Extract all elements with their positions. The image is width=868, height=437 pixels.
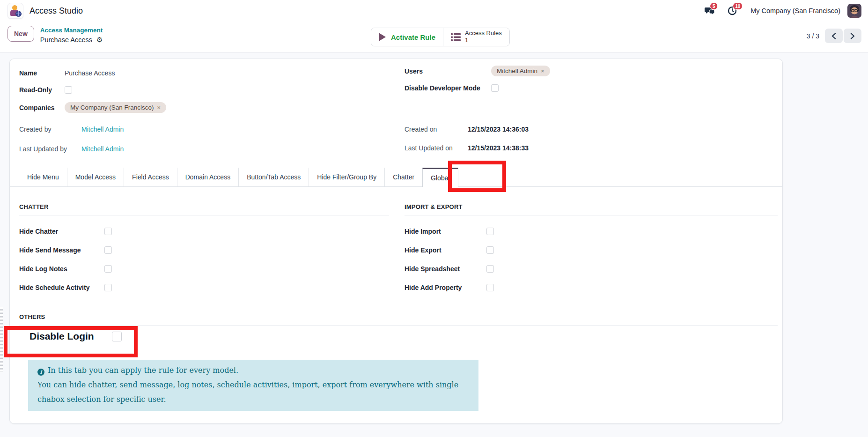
chevron-right-icon [850, 33, 855, 39]
created-by-link[interactable]: Mitchell Admin [81, 126, 124, 133]
field-last-updated-on: Last Updated on 12/15/2023 14:38:33 [405, 144, 529, 152]
disable-login-label: Disable Login [29, 331, 112, 342]
left-edge-artifact [0, 307, 3, 372]
form-sheet: Name Purchase Access Read-Only Companies… [9, 59, 783, 424]
company-switcher[interactable]: My Company (San Francisco) [750, 7, 840, 15]
field-disable-dev-mode: Disable Developer Mode [405, 83, 499, 93]
tab-hide-menu[interactable]: Hide Menu [19, 168, 67, 186]
last-updated-by-link[interactable]: Mitchell Admin [81, 145, 124, 153]
hide-send-message-checkbox[interactable] [104, 246, 112, 254]
field-companies: Companies My Company (San Francisco) × [19, 102, 166, 113]
avatar-image [847, 4, 861, 18]
info-line-2: You can hide chatter, send message, log … [37, 378, 469, 407]
hide-add-property-checkbox[interactable] [486, 284, 494, 291]
field-users: Users Mitchell Admin × [405, 66, 550, 76]
messages-badge: 5 [710, 2, 718, 10]
info-line-1: iIn this tab you can apply the rule for … [37, 363, 469, 378]
breadcrumb-parent-link[interactable]: Access Management [40, 27, 103, 35]
company-tag-remove-icon[interactable]: × [157, 104, 161, 111]
field-created-by: Created by Mitchell Admin [19, 126, 124, 133]
pager-previous-button[interactable] [825, 29, 843, 43]
field-last-updated-by: Last Updated by Mitchell Admin [19, 145, 124, 153]
activities-menu[interactable]: 10 [728, 6, 738, 16]
hide-import-checkbox[interactable] [486, 228, 494, 235]
activate-rule-button[interactable]: Activate Rule [371, 28, 443, 46]
gear-icon[interactable]: ⚙ [96, 36, 103, 44]
access-rules-button[interactable]: Access Rules 1 [443, 28, 509, 46]
top-navbar: Access Studio 5 10 My Company (San Franc… [0, 0, 868, 22]
content-area: Name Purchase Access Read-Only Companies… [0, 53, 868, 437]
tab-field-access[interactable]: Field Access [124, 168, 177, 186]
created-on-value: 12/15/2023 14:36:03 [468, 126, 529, 133]
user-tag-label: Mitchell Admin [497, 67, 537, 74]
last-updated-on-label: Last Updated on [405, 144, 468, 152]
pager-next-button[interactable] [844, 29, 861, 43]
row-hide-spreadsheet: Hide Spreadsheet [405, 259, 778, 278]
disable-dev-mode-checkbox[interactable] [491, 84, 499, 92]
disable-login-checkbox[interactable] [112, 332, 122, 341]
row-disable-login: Disable Login [29, 331, 122, 342]
hide-log-notes-checkbox[interactable] [104, 265, 112, 273]
tab-chatter[interactable]: Chatter [384, 168, 422, 186]
access-studio-app: Access Studio 5 10 My Company (San Franc… [0, 0, 868, 437]
user-tag[interactable]: Mitchell Admin × [491, 66, 550, 76]
row-hide-import: Hide Import [405, 222, 778, 241]
hide-schedule-activity-checkbox[interactable] [104, 284, 112, 291]
hide-log-notes-label: Hide Log Notes [19, 265, 104, 273]
field-created-on: Created on 12/15/2023 14:36:03 [405, 126, 529, 133]
messages-menu[interactable]: 5 [705, 6, 715, 16]
user-avatar[interactable] [847, 4, 861, 18]
info-icon: i [37, 369, 44, 376]
field-readonly: Read-Only [19, 86, 72, 94]
access-rules-text: Access Rules 1 [465, 30, 502, 44]
breadcrumb-area: New Access Management Purchase Access ⚙ [7, 26, 103, 44]
hide-spreadsheet-checkbox[interactable] [486, 265, 494, 273]
new-button[interactable]: New [7, 26, 34, 42]
hide-chatter-label: Hide Chatter [19, 228, 104, 235]
hide-spreadsheet-label: Hide Spreadsheet [405, 265, 486, 273]
hide-add-property-label: Hide Add Property [405, 284, 486, 291]
app-logo-icon[interactable] [7, 3, 23, 19]
created-by-label: Created by [19, 126, 81, 133]
company-tag[interactable]: My Company (San Francisco) × [65, 102, 166, 113]
import-export-section-title: IMPORT & EXPORT [405, 203, 778, 215]
info-box: iIn this tab you can apply the rule for … [28, 360, 478, 411]
section-import-export: IMPORT & EXPORT Hide Import Hide Export … [405, 203, 778, 297]
tab-hide-filter-group-by[interactable]: Hide Filter/Group By [309, 168, 384, 186]
pager-counter: 3 / 3 [807, 32, 819, 40]
hide-send-message-label: Hide Send Message [19, 246, 104, 254]
notebook-tabs: Hide Menu Model Access Field Access Doma… [10, 168, 782, 187]
logo-globe [15, 11, 22, 17]
access-rules-label: Access Rules [465, 30, 502, 37]
last-updated-on-value: 12/15/2023 14:38:33 [468, 144, 529, 152]
tab-domain-access[interactable]: Domain Access [177, 168, 238, 186]
tab-model-access[interactable]: Model Access [67, 168, 124, 186]
hide-export-checkbox[interactable] [486, 246, 494, 254]
company-tag-label: My Company (San Francisco) [70, 104, 154, 111]
breadcrumb: Access Management Purchase Access ⚙ [40, 26, 103, 44]
pager: 3 / 3 [807, 29, 861, 43]
info-line-1-text: In this tab you can apply the rule for e… [48, 366, 238, 375]
navbar-right: 5 10 My Company (San Francisco) [705, 3, 861, 19]
access-rules-count: 1 [465, 37, 502, 44]
section-others: OTHERS [19, 313, 778, 332]
tab-global[interactable]: Global [422, 168, 458, 187]
field-name: Name Purchase Access [19, 69, 115, 77]
app-title: Access Studio [29, 6, 83, 16]
readonly-checkbox[interactable] [65, 86, 72, 94]
hide-export-label: Hide Export [405, 246, 486, 254]
user-tag-remove-icon[interactable]: × [541, 67, 544, 74]
control-panel: New Access Management Purchase Access ⚙ … [0, 22, 868, 53]
companies-label: Companies [19, 104, 65, 111]
row-hide-schedule-activity: Hide Schedule Activity [19, 278, 389, 297]
hide-chatter-checkbox[interactable] [104, 228, 112, 235]
activities-badge: 10 [733, 2, 743, 10]
tab-button-tab-access[interactable]: Button/Tab Access [238, 168, 309, 186]
others-section-title: OTHERS [19, 313, 778, 326]
chevron-left-icon [831, 33, 837, 39]
name-value[interactable]: Purchase Access [65, 69, 115, 77]
row-hide-send-message: Hide Send Message [19, 241, 389, 259]
activate-rule-label: Activate Rule [391, 33, 435, 41]
users-label: Users [405, 67, 491, 75]
section-chatter: CHATTER Hide Chatter Hide Send Message H… [19, 203, 389, 297]
